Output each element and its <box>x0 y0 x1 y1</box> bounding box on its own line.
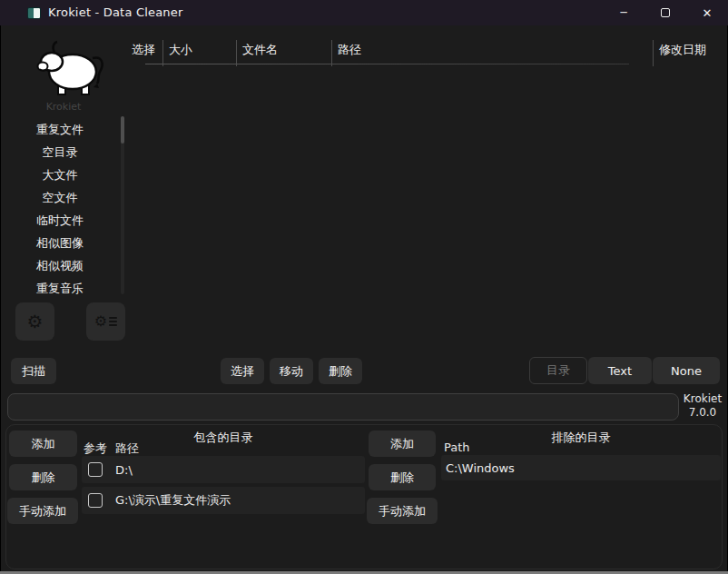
sidebar-item-temporary-files[interactable]: 临时文件 <box>0 209 120 232</box>
select-button[interactable]: 选择 <box>221 358 264 384</box>
included-directory-row[interactable]: D:\ <box>82 456 365 483</box>
gear-icon: ⚙ <box>27 312 44 331</box>
column-header-size[interactable]: 大小 <box>169 42 192 58</box>
included-column-path: 路径 <box>115 440 139 457</box>
minimize-icon: ─ <box>620 6 626 19</box>
settings-button[interactable]: ⚙ <box>15 302 54 341</box>
sidebar-item-duplicate-files[interactable]: 重复文件 <box>0 118 120 141</box>
directory-path: D:\ <box>115 463 133 477</box>
sidebar-scrollbar-thumb[interactable] <box>121 116 124 144</box>
close-button[interactable]: ✕ <box>686 0 728 25</box>
mode-text-button[interactable]: Text <box>588 357 652 384</box>
column-separator <box>331 40 332 66</box>
close-icon: ✕ <box>703 6 713 20</box>
excluded-manual-add-button[interactable]: 手动添加 <box>367 498 438 524</box>
sidebar-item-duplicate-music[interactable]: 重复音乐 <box>0 277 120 300</box>
move-button[interactable]: 移动 <box>270 358 313 384</box>
sidebar-item-empty-files[interactable]: 空文件 <box>0 186 120 209</box>
directory-path: G:\演示\重复文件演示 <box>115 492 231 509</box>
included-remove-button[interactable]: 删除 <box>9 464 77 490</box>
excluded-add-button[interactable]: 添加 <box>369 430 436 457</box>
titlebar: Krokiet - Data Cleaner ─ ✕ <box>0 0 728 25</box>
mode-none-button[interactable]: None <box>653 357 720 384</box>
maximize-button[interactable] <box>644 0 686 25</box>
included-column-reference: 参考 <box>84 440 107 457</box>
column-separator <box>653 40 654 66</box>
app-icon <box>27 7 41 19</box>
sidebar-item-similar-videos[interactable]: 相似视频 <box>0 254 120 277</box>
directory-path: C:\Windows <box>446 461 515 475</box>
sidebar-scrollbar[interactable] <box>121 116 124 294</box>
app-window: Krokiet - Data Cleaner ─ ✕ Krokiet 重复文件 … <box>0 0 728 574</box>
mode-segmented-control: 目录 Text None <box>529 357 720 384</box>
sidebar-item-similar-images[interactable]: 相似图像 <box>0 232 120 254</box>
column-separator <box>236 40 237 66</box>
column-header-path[interactable]: 路径 <box>338 42 361 58</box>
excluded-directory-row[interactable]: C:\Windows <box>441 455 721 480</box>
maximize-icon <box>661 8 670 17</box>
scan-button[interactable]: 扫描 <box>11 358 56 384</box>
minimize-button[interactable]: ─ <box>603 0 644 25</box>
excluded-directories-title: 排除的目录 <box>441 430 721 446</box>
sidebar-item-empty-directories[interactable]: 空目录 <box>0 141 120 163</box>
column-separator <box>162 40 163 66</box>
header-underline <box>145 64 629 64</box>
excluded-remove-button[interactable]: 删除 <box>369 464 436 490</box>
mode-directory-button[interactable]: 目录 <box>529 357 587 384</box>
window-title: Krokiet - Data Cleaner <box>48 5 183 19</box>
sidebar-item-big-files[interactable]: 大文件 <box>0 163 120 186</box>
reference-checkbox[interactable] <box>88 462 103 477</box>
krokiet-logo <box>36 40 109 98</box>
column-header-modified-date[interactable]: 修改日期 <box>659 42 706 58</box>
column-header-select[interactable]: 选择 <box>132 42 155 58</box>
reference-checkbox[interactable] <box>88 493 103 508</box>
included-manual-add-button[interactable]: 手动添加 <box>7 498 78 524</box>
included-add-button[interactable]: 添加 <box>9 430 77 457</box>
excluded-column-path: Path <box>444 440 470 454</box>
gear-list-icon: ⚙ <box>94 314 117 329</box>
delete-button[interactable]: 删除 <box>319 358 362 384</box>
status-text-input[interactable] <box>7 393 679 421</box>
included-directory-row[interactable]: G:\演示\重复文件演示 <box>82 487 365 514</box>
logo-caption: Krokiet <box>0 101 127 113</box>
tool-settings-button[interactable]: ⚙ <box>86 302 125 341</box>
app-version: Krokiet 7.0.0 <box>681 392 724 421</box>
column-header-filename[interactable]: 文件名 <box>242 42 278 58</box>
